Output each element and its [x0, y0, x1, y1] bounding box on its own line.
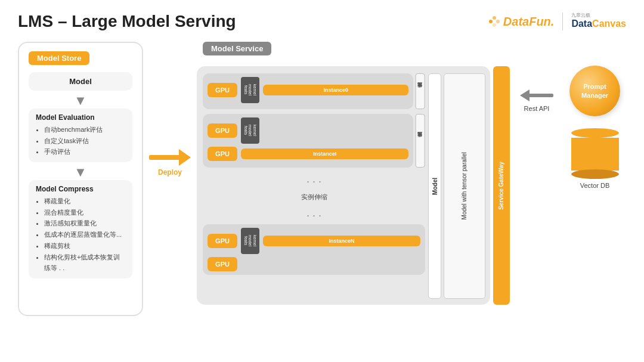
model-store-label: Model Store [29, 51, 89, 65]
group2-gpu-row2: GPU InstanceI [208, 147, 408, 161]
vdb-top [571, 128, 619, 138]
datacanvas-data: Data [571, 18, 592, 29]
svg-point-1 [493, 16, 496, 20]
datacanvas-canvas: Canvas [592, 18, 626, 29]
compress-item-5: 稀疏剪枝 [44, 240, 125, 252]
instance-box-1: InstanceI [241, 148, 408, 159]
deploy-shaft [149, 155, 179, 160]
compress-item-3: 激活感知权重量化 [44, 218, 125, 229]
gpu-box-2b: GPU [208, 147, 237, 161]
arrow-down-2: ▼ [29, 166, 132, 179]
logos: DataFun. 九章云极 DataCanvas [488, 13, 626, 30]
group2-row: GPU kernelmodelfeats GPU InstanceI 文本推理加… [203, 114, 425, 168]
compress-title: Model Compress [36, 185, 125, 193]
rest-arrow-head [520, 89, 530, 101]
service-content: GPU kernelmodelfeats Instance0 文本推理加速化 [197, 66, 510, 305]
model-store-box: Model Store Model ▼ Model Evaluation 自动b… [18, 42, 143, 316]
group3-gpu-row2: GPU [208, 257, 420, 271]
right-components: PromptManager Vector DB [564, 42, 626, 189]
annot1: 文本推理加速化 [416, 73, 425, 109]
deploy-head [179, 149, 191, 166]
svg-point-2 [496, 20, 500, 23]
model-compress-box: Model Compress 稀疏量化 混合精度量化 激活感知权重量化 低成本的… [29, 180, 132, 279]
vector-db-label: Vector DB [580, 182, 610, 189]
evaluation-title: Model Evaluation [36, 113, 125, 122]
model-col-bar: Model [428, 73, 441, 299]
compress-list: 稀疏量化 混合精度量化 激活感知权重量化 低成本的逐层蒸馏量化等... 稀疏剪枝… [36, 196, 125, 274]
compress-item-2: 混合精度量化 [44, 207, 125, 218]
prompt-manager-component: PromptManager [564, 66, 626, 116]
header: LMS – Large Model Serving DataFun. 九章云极 … [18, 12, 626, 31]
vdb-bottom [571, 169, 619, 179]
rest-api-section: Rest API [510, 42, 564, 112]
deploy-label: Deploy [158, 168, 182, 177]
rest-api-label: Rest API [524, 105, 550, 112]
model-evaluation-box: Model Evaluation 自动benchmark评估 自定义task评估… [29, 109, 132, 162]
model-col-label: Model [432, 178, 438, 195]
group1-box: GPU kernelmodelfeats Instance0 [203, 73, 413, 109]
vector-db-component: Vector DB [564, 128, 626, 189]
kernel-box-1: kernelmodelfeats [241, 77, 259, 103]
service-box: GPU kernelmodelfeats Instance0 文本推理加速化 [197, 66, 490, 305]
instance-box-0: Instance0 [263, 85, 408, 95]
kernel-box-2a: kernelmodelfeats [241, 117, 259, 144]
gpu-box-2a: GPU [208, 123, 237, 138]
deploy-arrow-body [149, 149, 191, 166]
dots-bottom: . . . [203, 208, 425, 218]
group3-row: GPU kernelmodelfeats InstanceN GPU [203, 224, 425, 275]
gpu-col: GPU kernelmodelfeats Instance0 文本推理加速化 [203, 73, 425, 299]
svg-point-0 [489, 20, 493, 23]
compress-item-4: 低成本的逐层蒸馏量化等... [44, 229, 125, 240]
ms-label-container: Model Service [203, 42, 510, 63]
group3-box: GPU kernelmodelfeats InstanceN GPU [203, 224, 425, 275]
svg-point-3 [493, 23, 496, 27]
evaluation-list: 自动benchmark评估 自定义task评估 手动评估 [36, 124, 125, 157]
kernel-box-3: kernelmodelfeats [241, 228, 259, 254]
service-gateway-bar: Service GateWay [493, 66, 510, 305]
datafun-icon [488, 15, 501, 28]
annot-strip-1: 文本推理加速化 [416, 73, 425, 109]
prompt-manager-sphere: PromptManager [569, 66, 620, 116]
group3-gpu-row1: GPU kernelmodelfeats InstanceN [208, 228, 420, 254]
logo-divider [562, 13, 563, 30]
compress-item-1: 稀疏量化 [44, 196, 125, 207]
datafun-text: DataFun. [503, 15, 555, 29]
model-service-label: Model Service [203, 42, 271, 55]
eval-item-3: 手动评估 [44, 146, 125, 157]
model-service-wrapper: Model Service GPU kernelmodelfeats [197, 42, 510, 305]
eval-item-2: 自定义task评估 [44, 135, 125, 147]
service-gateway-label: Service GateWay [497, 162, 506, 210]
datafun-logo: DataFun. [488, 15, 555, 29]
diagram-body: Model Store Model ▼ Model Evaluation 自动b… [18, 42, 626, 334]
page: LMS – Large Model Serving DataFun. 九章云极 … [0, 0, 644, 362]
annot-strip-2: 文本推理加速化 [416, 114, 425, 168]
deploy-arrow: Deploy [143, 149, 197, 177]
rest-shaft [530, 94, 553, 97]
scale-label: 实例伸缩 [203, 193, 425, 202]
compress-item-6: 结构化剪枝+低成本恢复训练等 . . [44, 252, 125, 274]
model-tensor-bar: Model with tensor parallel [444, 73, 485, 299]
group2-box: GPU kernelmodelfeats GPU InstanceI [203, 114, 413, 168]
page-title: LMS – Large Model Serving [18, 12, 236, 31]
group1-row: GPU kernelmodelfeats Instance0 文本推理加速化 [203, 73, 425, 109]
gpu-box-3b: GPU [208, 257, 237, 271]
group2-gpu-row1: GPU kernelmodelfeats [208, 117, 408, 144]
annot2: 文本推理加速化 [416, 114, 425, 168]
service-right-bars: Model Model with tensor parallel [428, 73, 485, 299]
arrow-down-1: ▼ [29, 94, 132, 107]
datacanvas-logo: 九章云极 DataCanvas [571, 13, 626, 30]
eval-item-1: 自动benchmark评估 [44, 124, 125, 135]
datacanvas-text: DataCanvas [571, 18, 626, 30]
model-tensor-label: Model with tensor parallel [460, 152, 469, 219]
dots-middle: . . . [203, 174, 425, 184]
gpu-box-3a: GPU [208, 234, 237, 248]
rest-arrow [520, 89, 553, 101]
gpu-box-1a: GPU [208, 83, 237, 97]
group1-gpu-row1: GPU kernelmodelfeats Instance0 [208, 77, 408, 103]
instance-box-n: InstanceN [263, 236, 420, 246]
prompt-manager-label: PromptManager [581, 82, 608, 100]
model-node: Model [29, 72, 132, 91]
datacanvas-top: 九章云极 [571, 13, 590, 18]
vdb-body [571, 138, 619, 171]
